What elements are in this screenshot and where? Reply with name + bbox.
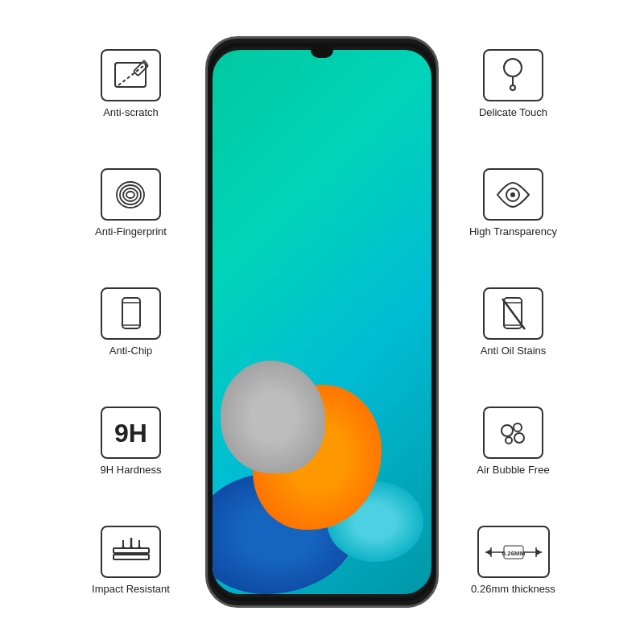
- blob-gray: [221, 361, 325, 473]
- svg-point-4: [126, 192, 134, 198]
- phone-body: [205, 36, 439, 608]
- eye-icon: [491, 175, 535, 215]
- high-transparency-icon-box: [483, 168, 543, 221]
- thickness-icon-box: 0.26MM: [477, 526, 550, 578]
- svg-point-19: [504, 59, 522, 76]
- delicate-touch-label: Delicate Touch: [479, 106, 547, 118]
- feature-anti-fingerprint: Anti-Fingerprint: [75, 168, 188, 237]
- anti-fingerprint-icon-box: [101, 168, 161, 221]
- impact-resistant-icon-box: [101, 526, 161, 578]
- fingerprint-icon: [109, 175, 153, 215]
- features-left-column: Anti-scratch Anti-Fingerprint: [64, 16, 197, 628]
- svg-point-30: [514, 433, 524, 443]
- scratch-icon: [109, 56, 153, 95]
- 9h-text: 9H: [114, 420, 147, 446]
- anti-oil-label: Anti Oil Stains: [481, 345, 547, 357]
- air-bubble-free-label: Air Bubble Free: [477, 464, 549, 476]
- svg-point-5: [123, 188, 138, 201]
- 9h-hardness-icon-box: 9H: [101, 407, 161, 459]
- air-bubble-icon-box: [483, 407, 543, 459]
- impact-resistant-label: Impact Resistant: [92, 583, 170, 595]
- feature-impact-resistant: Impact Resistant: [75, 526, 188, 595]
- svg-marker-34: [536, 549, 542, 555]
- svg-point-31: [506, 437, 512, 444]
- camera-dot: [320, 51, 324, 56]
- feature-anti-scratch: Anti-scratch: [75, 49, 188, 118]
- anti-oil-icon-box: [483, 287, 543, 340]
- feature-delicate-touch: Delicate Touch: [457, 49, 570, 118]
- svg-marker-33: [485, 549, 491, 555]
- phone-body-wrapper: [205, 36, 439, 608]
- delicate-touch-icon-box: [483, 49, 543, 101]
- features-right-column: Delicate Touch High Transparency: [447, 16, 580, 628]
- thickness-icon: 0.26MM: [481, 535, 546, 569]
- feature-9h-hardness: 9H 9H Hardness: [75, 407, 188, 476]
- svg-point-21: [510, 85, 515, 90]
- anti-scratch-label: Anti-scratch: [103, 106, 159, 118]
- thickness-label: 0.26mm thickness: [471, 583, 555, 595]
- anti-fingerprint-label: Anti-Fingerprint: [95, 225, 167, 237]
- impact-icon: [107, 532, 155, 572]
- anti-scratch-icon-box: [101, 49, 161, 101]
- svg-text:0.26MM: 0.26MM: [502, 550, 525, 557]
- high-transparency-label: High Transparency: [469, 225, 557, 237]
- phone-chip-icon: [109, 294, 153, 334]
- feature-anti-oil-stains: Anti Oil Stains: [457, 287, 570, 357]
- feature-air-bubble-free: Air Bubble Free: [457, 407, 570, 476]
- oil-icon: [491, 294, 535, 334]
- anti-chip-icon-box: [101, 287, 161, 340]
- 9h-hardness-label: 9H Hardness: [101, 464, 162, 476]
- feature-anti-chip: Anti-Chip: [75, 287, 188, 357]
- svg-point-29: [514, 423, 522, 431]
- svg-point-28: [502, 425, 513, 436]
- svg-line-1: [118, 66, 143, 85]
- touch-icon: [491, 56, 535, 96]
- anti-chip-label: Anti-Chip: [109, 345, 152, 357]
- svg-point-23: [510, 192, 515, 197]
- phone-screen: [213, 50, 431, 594]
- svg-rect-12: [114, 555, 149, 559]
- phone-display: [197, 20, 447, 624]
- feature-high-transparency: High Transparency: [457, 168, 570, 237]
- main-container: Anti-scratch Anti-Fingerprint: [0, 0, 644, 644]
- bubble-icon: [491, 413, 535, 453]
- feature-thickness: 0.26MM 0.26mm thickness: [457, 526, 570, 595]
